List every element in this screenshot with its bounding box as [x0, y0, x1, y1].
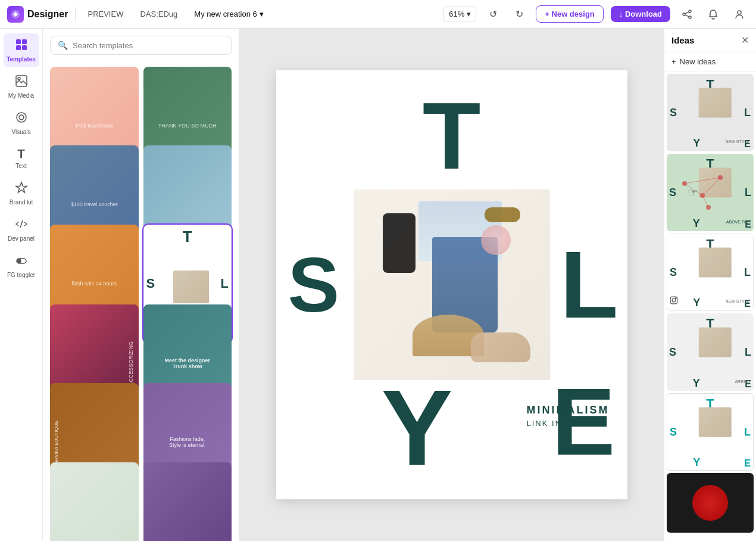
- my-media-icon: [15, 74, 28, 91]
- project-name[interactable]: My new creation 6 ▾: [189, 7, 268, 21]
- new-ideas-label: New ideas: [680, 57, 716, 66]
- logo-icon: [7, 6, 24, 23]
- sidebar-item-my-media[interactable]: My Media: [4, 70, 39, 104]
- icon-sidebar: Templates My Media Visuals T: [0, 29, 43, 541]
- sunglasses-item: [485, 207, 520, 222]
- templates-grid: Pink travel card THANK YOU SO MUCH $100 …: [43, 62, 239, 541]
- idea-card[interactable]: [667, 473, 754, 533]
- visuals-label: Visuals: [11, 129, 30, 135]
- fashion-items: [354, 189, 550, 380]
- svg-point-27: [672, 299, 676, 302]
- canvas-photo: [354, 189, 550, 380]
- canvas-letter-L: L: [560, 237, 618, 332]
- sidebar-item-visuals[interactable]: Visuals: [4, 106, 39, 140]
- dasedug-tab[interactable]: DAS:EDug: [135, 7, 182, 21]
- preview-tab[interactable]: PREVIEW: [83, 7, 128, 21]
- svg-point-13: [19, 115, 24, 120]
- canvas-minimalism-text: MINIMALISM: [527, 404, 610, 416]
- sidebar-item-brand-kit[interactable]: Brand kit: [4, 176, 39, 210]
- divider-1: [75, 7, 76, 21]
- svg-rect-8: [22, 39, 27, 44]
- templates-icon: [15, 38, 28, 54]
- svg-point-1: [689, 10, 691, 13]
- svg-line-15: [20, 220, 23, 228]
- template-card[interactable]: [143, 462, 232, 541]
- new-ideas-button[interactable]: + New ideas: [664, 52, 756, 71]
- fg-toggler-icon: [15, 254, 28, 270]
- idea-card[interactable]: ☞ T S L Y E: [667, 154, 754, 231]
- canvas-letter-T: T: [423, 88, 481, 184]
- undo-button[interactable]: ↺: [483, 5, 502, 24]
- canvas-wrapper: T S L Y E: [276, 70, 627, 499]
- account-icon[interactable]: [730, 5, 749, 24]
- share-icon[interactable]: [677, 5, 696, 24]
- visuals-icon: [15, 111, 28, 127]
- canvas-text-block: MINIMALISM LINK IN BIO: [527, 404, 610, 428]
- brand-kit-icon: [15, 181, 28, 197]
- svg-line-4: [685, 12, 689, 14]
- sidebar-item-dev-panel[interactable]: Dev panel: [4, 213, 39, 247]
- idea-card[interactable]: T S L Y E NEW STYLE: [667, 74, 754, 151]
- svg-line-5: [685, 15, 689, 17]
- search-box[interactable]: 🔍: [50, 36, 232, 55]
- search-input[interactable]: [73, 41, 224, 50]
- svg-line-24: [702, 195, 708, 207]
- brand-kit-label: Brand kit: [10, 199, 33, 206]
- svg-point-17: [17, 259, 21, 263]
- templates-panel: 🔍 Pink travel card THANK YOU SO MUCH $10…: [43, 29, 239, 541]
- app-logo[interactable]: Designer: [7, 6, 68, 23]
- ideas-grid: T S L Y E NEW STYLE ☞ T S L Y E: [664, 71, 756, 541]
- fg-toggler-label: FG toggler: [7, 272, 35, 278]
- svg-rect-9: [16, 45, 21, 50]
- redo-button[interactable]: ↻: [510, 5, 529, 24]
- dev-panel-label: Dev panel: [8, 235, 35, 242]
- ideas-title: Ideas: [671, 35, 694, 45]
- svg-point-3: [689, 16, 691, 18]
- dev-panel-icon: [15, 217, 28, 234]
- text-label: Text: [15, 163, 26, 169]
- templates-panel-header: 🔍: [43, 29, 239, 62]
- svg-rect-11: [16, 76, 27, 86]
- svg-rect-7: [16, 39, 21, 44]
- canvas-letter-S: S: [288, 246, 340, 324]
- flower-item: [481, 225, 511, 255]
- sidebar-item-fg-toggler[interactable]: FG toggler: [4, 249, 39, 283]
- cursor-hand-icon: ☞: [688, 185, 698, 200]
- app-name: Designer: [27, 9, 68, 20]
- canvas-design: T S L Y E: [276, 70, 627, 499]
- download-button[interactable]: ↓ Download: [611, 6, 670, 22]
- ideas-header: Ideas ✕: [664, 29, 756, 52]
- canvas-letter-Y: Y: [382, 374, 453, 481]
- new-design-button[interactable]: + New design: [536, 5, 603, 23]
- idea-card[interactable]: T S L Y E ARRIVA: [667, 313, 754, 391]
- sidebar-item-text[interactable]: T Text: [4, 142, 39, 174]
- ideas-panel: Ideas ✕ + New ideas T S L Y E NEW STYLE: [664, 29, 756, 541]
- notifications-icon[interactable]: [704, 5, 723, 24]
- text-icon: T: [17, 147, 24, 161]
- search-icon: 🔍: [58, 41, 68, 50]
- svg-point-14: [17, 113, 26, 122]
- svg-point-28: [675, 298, 676, 299]
- sidebar-item-templates[interactable]: Templates: [4, 33, 39, 67]
- phone-item: [383, 213, 416, 273]
- main-layout: Templates My Media Visuals T: [0, 29, 756, 541]
- shoes-item: [471, 332, 530, 362]
- topbar: Designer PREVIEW DAS:EDug My new creatio…: [0, 0, 756, 29]
- idea-card[interactable]: T S L Y E: [667, 393, 754, 471]
- svg-point-2: [683, 13, 685, 15]
- svg-point-6: [738, 11, 741, 14]
- templates-label: Templates: [7, 56, 36, 63]
- template-card[interactable]: [50, 462, 139, 541]
- my-media-label: My Media: [8, 92, 34, 99]
- canvas-link-text: LINK IN BIO: [527, 419, 610, 428]
- zoom-control[interactable]: 61% ▾: [443, 7, 476, 21]
- canvas-area[interactable]: T S L Y E: [239, 29, 664, 541]
- idea-card[interactable]: T S L Y E NEW STYLE: [667, 234, 754, 311]
- svg-rect-10: [22, 45, 27, 50]
- svg-point-12: [18, 77, 20, 80]
- ideas-close-button[interactable]: ✕: [741, 35, 749, 46]
